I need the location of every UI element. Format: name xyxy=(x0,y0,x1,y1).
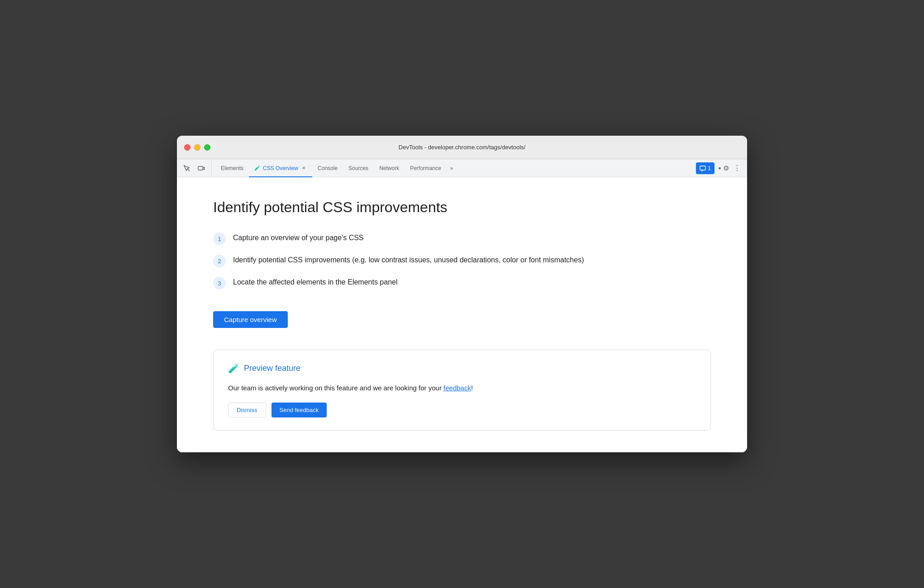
step-text-3: Locate the affected elements in the Elem… xyxy=(233,276,398,288)
more-options-button[interactable]: ⋮ xyxy=(731,162,743,175)
device-toggle-button[interactable] xyxy=(195,162,208,175)
messages-button[interactable]: 1 xyxy=(696,162,714,174)
devtools-toolbar: Elements 🧪 CSS Overview ✕ Console Source… xyxy=(177,159,747,177)
step-number-1: 1 xyxy=(213,232,226,245)
step-item-1: 1 Capture an overview of your page's CSS xyxy=(213,232,711,245)
step-number-2: 2 xyxy=(213,255,226,267)
inspect-element-button[interactable] xyxy=(181,162,193,175)
tab-console[interactable]: Console xyxy=(312,160,343,177)
messages-count: 1 xyxy=(708,165,711,171)
preview-title: Preview feature xyxy=(244,364,300,373)
settings-button[interactable]: ⚙ xyxy=(716,162,729,175)
svg-rect-3 xyxy=(700,166,705,170)
title-bar: DevTools - developer.chrome.com/tags/dev… xyxy=(177,136,747,159)
dismiss-button[interactable]: Dismiss xyxy=(228,403,266,417)
svg-line-0 xyxy=(187,169,190,171)
tab-close-button[interactable]: ✕ xyxy=(300,165,307,171)
step-item-3: 3 Locate the affected elements in the El… xyxy=(213,276,711,289)
minimize-button[interactable] xyxy=(194,144,200,151)
svg-rect-2 xyxy=(203,167,205,170)
step-number-3: 3 xyxy=(213,277,226,289)
preview-body-suffix: ! xyxy=(471,384,473,392)
tab-network[interactable]: Network xyxy=(374,160,405,177)
toolbar-icons xyxy=(181,159,212,177)
step-text-2: Identify potential CSS improvements (e.g… xyxy=(233,254,584,266)
capture-overview-button[interactable]: Capture overview xyxy=(213,311,288,328)
preview-body-prefix: Our team is actively working on this fea… xyxy=(228,384,443,392)
svg-rect-1 xyxy=(198,166,203,170)
send-feedback-button[interactable]: Send feedback xyxy=(271,403,327,417)
maximize-button[interactable] xyxy=(204,144,210,151)
close-button[interactable] xyxy=(184,144,191,151)
page-title: Identify potential CSS improvements xyxy=(213,199,711,216)
more-tabs-button[interactable]: » xyxy=(447,159,457,177)
preview-body-text: Our team is actively working on this fea… xyxy=(228,383,696,394)
flask-icon: 🧪 xyxy=(254,165,261,171)
feedback-link[interactable]: feedback xyxy=(443,384,471,392)
step-item-2: 2 Identify potential CSS improvements (e… xyxy=(213,254,711,267)
step-text-1: Capture an overview of your page's CSS xyxy=(233,232,364,244)
tab-sources[interactable]: Sources xyxy=(343,160,374,177)
tabs-bar: Elements 🧪 CSS Overview ✕ Console Source… xyxy=(215,159,696,177)
preview-flask-icon: 🧪 xyxy=(228,363,239,374)
traffic-lights xyxy=(184,144,210,151)
preview-footer: Dismiss Send feedback xyxy=(228,403,696,417)
window-title: DevTools - developer.chrome.com/tags/dev… xyxy=(399,144,525,151)
main-content: Identify potential CSS improvements 1 Ca… xyxy=(177,177,747,452)
toolbar-right: 1 ⚙ ⋮ xyxy=(696,159,743,177)
tab-elements[interactable]: Elements xyxy=(215,160,249,177)
devtools-window: DevTools - developer.chrome.com/tags/dev… xyxy=(177,136,747,452)
preview-feature-box: 🧪 Preview feature Our team is actively w… xyxy=(213,350,711,431)
preview-header: 🧪 Preview feature xyxy=(228,363,696,374)
steps-list: 1 Capture an overview of your page's CSS… xyxy=(213,232,711,289)
tab-performance[interactable]: Performance xyxy=(405,160,447,177)
tab-css-overview[interactable]: 🧪 CSS Overview ✕ xyxy=(249,160,312,177)
